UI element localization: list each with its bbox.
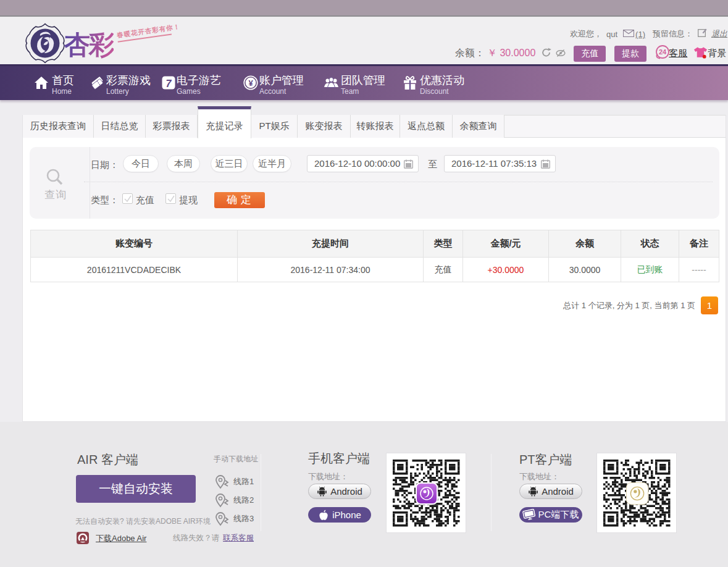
svg-text:¥: ¥ (248, 78, 253, 88)
svg-text:7: 7 (166, 78, 172, 89)
svg-text:24: 24 (659, 48, 667, 56)
